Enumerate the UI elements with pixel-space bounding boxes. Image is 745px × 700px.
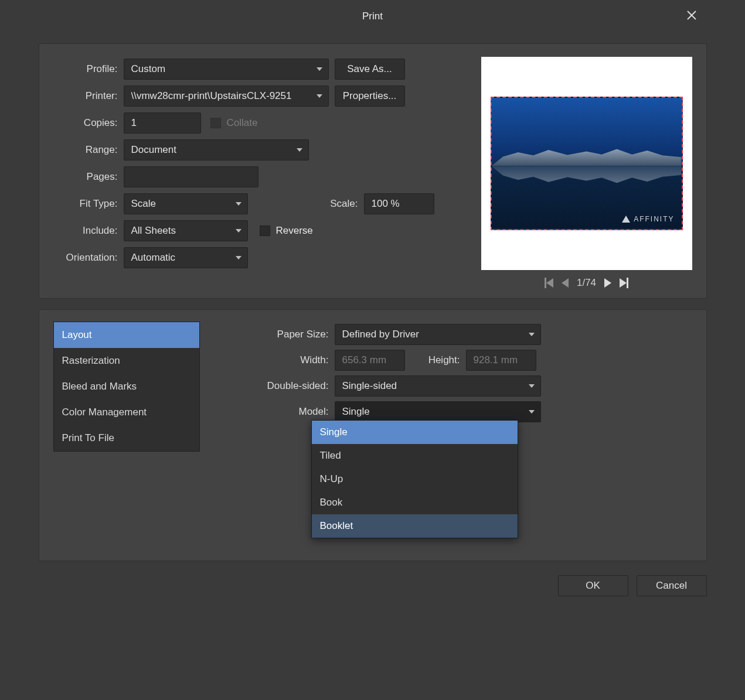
sidebar-item-layout[interactable]: Layout	[54, 322, 199, 348]
orientation-value: Automatic	[131, 252, 176, 264]
scale-input[interactable]: 100 %	[364, 193, 434, 214]
printer-label: Printer:	[53, 90, 124, 102]
layout-pane: Paper Size: Defined by Driver Width: 656…	[200, 322, 692, 452]
include-value: All Sheets	[131, 225, 176, 237]
print-preview: AFFINITY 1/74	[481, 57, 692, 289]
close-button[interactable]	[681, 5, 702, 26]
profile-label: Profile:	[53, 63, 124, 75]
model-select[interactable]: Single	[335, 401, 541, 422]
paper-size-label: Paper Size:	[223, 329, 335, 340]
save-as-button[interactable]: Save As...	[335, 59, 405, 80]
chevron-down-icon	[317, 67, 322, 71]
chevron-down-icon	[529, 384, 535, 388]
affinity-watermark: AFFINITY	[622, 215, 674, 223]
sidebar-item-bleed-and-marks[interactable]: Bleed and Marks	[54, 374, 199, 399]
fit-type-select[interactable]: Scale	[124, 193, 248, 214]
width-value: 656.3 mm	[342, 354, 387, 366]
cancel-label: Cancel	[656, 580, 687, 592]
range-label: Range:	[53, 144, 124, 156]
reverse-label: Reverse	[276, 225, 313, 237]
preview-content: AFFINITY	[491, 97, 683, 230]
collate-label: Collate	[227, 117, 258, 129]
paper-size-select[interactable]: Defined by Driver	[335, 324, 541, 345]
cancel-button[interactable]: Cancel	[637, 575, 707, 596]
copies-input[interactable]: 1	[124, 112, 201, 134]
chevron-down-icon	[529, 333, 535, 336]
model-option-single[interactable]: Single	[312, 421, 518, 444]
fit-type-label: Fit Type:	[53, 198, 124, 210]
properties-label: Properties...	[343, 90, 397, 102]
include-label: Include:	[53, 225, 124, 237]
model-option-booklet[interactable]: Booklet	[312, 514, 518, 538]
orientation-label: Orientation:	[53, 252, 124, 264]
chevron-down-icon	[529, 410, 535, 414]
range-value: Document	[131, 144, 176, 156]
scale-value: 100 %	[372, 198, 400, 210]
print-settings-panel: Profile: Custom Save As... Printer: \\vm…	[39, 43, 707, 299]
double-sided-label: Double-sided:	[223, 380, 335, 392]
width-label: Width:	[223, 354, 335, 366]
chevron-down-icon	[236, 202, 241, 206]
affinity-logo-icon	[622, 216, 630, 223]
printer-select[interactable]: \\vmw28cmr-print\UpstairsCLX-9251	[124, 86, 329, 107]
scale-label: Scale:	[311, 198, 364, 210]
profile-value: Custom	[131, 63, 166, 75]
sidebar-item-color-management[interactable]: Color Management	[54, 399, 199, 425]
ok-button[interactable]: OK	[558, 575, 628, 596]
pages-input[interactable]	[124, 166, 258, 187]
settings-category-list: Layout Rasterization Bleed and Marks Col…	[53, 322, 200, 452]
width-input[interactable]: 656.3 mm	[335, 350, 405, 371]
double-sided-value: Single-sided	[342, 380, 397, 392]
model-option-book[interactable]: Book	[312, 491, 518, 514]
include-select[interactable]: All Sheets	[124, 220, 248, 241]
advanced-settings-panel: Layout Rasterization Bleed and Marks Col…	[39, 309, 707, 561]
height-label: Height:	[405, 354, 466, 366]
first-page-button[interactable]	[545, 278, 553, 288]
preview-image-reflection	[492, 166, 682, 188]
copies-value: 1	[131, 117, 137, 129]
sidebar-item-print-to-file[interactable]: Print To File	[54, 425, 199, 451]
model-value: Single	[342, 406, 370, 418]
affinity-brand-text: AFFINITY	[634, 215, 674, 223]
height-value: 928.1 mm	[474, 354, 518, 366]
pages-label: Pages:	[53, 171, 124, 183]
ok-label: OK	[586, 580, 600, 592]
chevron-down-icon	[297, 148, 302, 152]
page-indicator: 1/74	[577, 277, 596, 289]
save-as-label: Save As...	[347, 63, 392, 75]
dialog-title: Print	[362, 11, 383, 22]
copies-label: Copies:	[53, 117, 124, 129]
sidebar-item-rasterization[interactable]: Rasterization	[54, 348, 199, 374]
height-input[interactable]: 928.1 mm	[466, 350, 536, 371]
printer-value: \\vmw28cmr-print\UpstairsCLX-9251	[131, 90, 307, 102]
paper-size-value: Defined by Driver	[342, 329, 419, 340]
reverse-checkbox[interactable]	[260, 226, 270, 236]
preview-pager: 1/74	[481, 277, 692, 289]
preview-page: AFFINITY	[481, 57, 692, 270]
model-dropdown[interactable]: Single Tiled N-Up Book Booklet	[311, 420, 518, 538]
range-select[interactable]: Document	[124, 139, 309, 161]
fit-type-value: Scale	[131, 198, 157, 210]
dialog-footer: OK Cancel	[39, 575, 707, 596]
double-sided-select[interactable]: Single-sided	[335, 375, 541, 397]
chevron-down-icon	[236, 229, 241, 233]
model-label: Model:	[223, 406, 335, 418]
chevron-down-icon	[317, 94, 322, 98]
close-icon	[687, 11, 696, 20]
profile-select[interactable]: Custom	[124, 59, 329, 80]
prev-page-button[interactable]	[562, 278, 569, 288]
chevron-down-icon	[236, 256, 241, 259]
properties-button[interactable]: Properties...	[335, 86, 405, 107]
last-page-button[interactable]	[620, 278, 628, 288]
model-option-nup[interactable]: N-Up	[312, 467, 518, 491]
orientation-select[interactable]: Automatic	[124, 247, 248, 268]
collate-checkbox[interactable]	[210, 118, 221, 128]
preview-image-mountains	[492, 144, 682, 166]
next-page-button[interactable]	[604, 278, 611, 288]
model-option-tiled[interactable]: Tiled	[312, 444, 518, 467]
title-bar: Print	[39, 0, 707, 33]
